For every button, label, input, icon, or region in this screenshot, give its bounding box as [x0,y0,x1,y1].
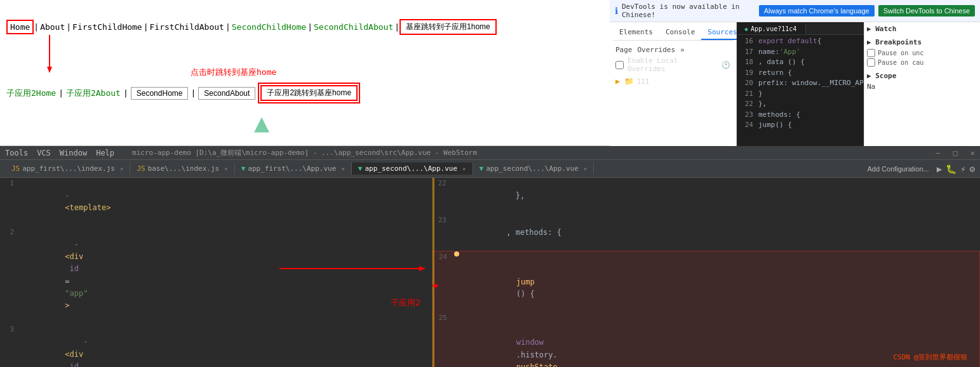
file-tab-label-3: app_second\...\App.vue [365,164,457,173]
file-tab-label-2: app_first\...\App.vue [248,164,336,173]
folder-icon: ▶ 📁 [615,77,634,86]
add-config-btn[interactable]: Add Configuration... [863,164,932,174]
pause-caught-checkbox[interactable] [867,58,875,67]
nav-home-link[interactable]: Home [6,20,34,34]
menu-help[interactable]: Help [96,149,114,157]
ide-menubar: Tools VCS Window Help micro-app-demo [D:… [0,146,980,160]
menu-vcs[interactable]: VCS [37,149,51,157]
overrides-tab[interactable]: Overrides [638,46,676,54]
settings-icon[interactable]: ⚙ [970,164,975,174]
nav-sep-2: | [66,22,71,32]
ide-toolbar: JS app_first\...\index.js × JS base\...\… [0,160,980,178]
file-tab-close-3[interactable]: × [462,166,466,172]
nav-secondchildabout-link[interactable]: SecondChildAbout [312,22,394,32]
nav-about-link[interactable]: About [39,22,66,32]
tab-elements[interactable]: Elements [613,25,659,40]
file-tab-label-0: app_first\...\index.js [22,164,115,173]
run-icon[interactable]: ▶ [937,164,942,174]
base-jump-btn[interactable]: 基座跳转到子应用1home [399,19,497,35]
overrides-more[interactable]: » [680,46,685,54]
vue-icon-2: ▼ [241,164,246,173]
left-code-editor: 1 - <template> 2 - <div id = "app" > [0,178,432,367]
clock-icon: 🕐 [722,61,730,69]
file-tab-close-4[interactable]: × [584,166,587,172]
sub-nav: 子应用2Home | 子应用2About | SecondHome | Seco… [6,83,360,103]
info-icon: ℹ [615,6,618,16]
ide-area: Tools VCS Window Help micro-app-demo [D:… [0,146,980,367]
file-tab-label-1: base\...\index.js [148,164,220,173]
vue-file-icon: ◆ [744,25,748,32]
file-tab-0[interactable]: JS app_first\...\index.js × [5,163,130,175]
menu-tools[interactable]: Tools [5,149,28,157]
click-annotation-text: 点击时跳转到基座home [191,67,276,78]
nav-firstchildhome-link[interactable]: FirstChildHome [71,22,144,32]
page-tab[interactable]: Page [615,46,633,54]
file-tab-4[interactable]: ▼ app_second\...\App.vue × [473,163,594,175]
nav-bar: Home | About | FirstChildHome | FirstChi… [6,19,497,35]
right-line-23: 23 , methods: { [433,215,980,251]
file-tab-3[interactable]: ▼ app_second\...\App.vue × [352,163,473,175]
devtools-notification: ℹ DevTools is now available in Chinese! … [610,0,980,22]
switch-devtools-btn[interactable]: Switch DevTools to Chinese [878,5,975,17]
debug-icon[interactable]: 🐛 [946,164,957,174]
match-language-btn[interactable]: Always match Chrome's language [759,5,875,17]
sub-home-link[interactable]: 子应用2Home [6,88,56,99]
jump-highlight-box: 子应用2跳转到基座home [258,83,360,103]
devtools-right-panel: ▶ Watch ▶ Breakpoints Pause on unc Pause… [864,22,980,146]
profile-icon[interactable]: ⚡ [960,164,965,174]
devtools-tabs: Elements Console Sources Network Perform… [613,25,733,41]
breakpoints-header[interactable]: ▶ Breakpoints [867,38,922,46]
devtools-active-tab[interactable]: ◆ App.vue?11c4 [738,23,806,34]
svg-marker-1 [47,67,52,73]
nav-sep-1: | [34,22,39,32]
second-about-btn[interactable]: SecondAbout [198,87,255,100]
enable-overrides-label: Enable Local Overrides [628,57,718,73]
nav-secondchildhome-link[interactable]: SecondChildHome [231,22,307,32]
tab-console[interactable]: Console [659,25,701,40]
enable-overrides-checkbox[interactable] [615,61,624,69]
right-line-24: 24 jump () { [433,251,979,312]
js-icon-1: JS [137,164,145,173]
arrow-annotation [50,35,100,81]
ide-title: micro-app-demo [D:\a_微前端\micro-app-demo]… [132,148,922,157]
file-tab-close-1[interactable]: × [224,166,227,172]
scope-header[interactable]: ▶ Scope [867,72,977,80]
nav-sep-6: | [394,22,399,32]
toolbar-icons: ▶ 🐛 ⚡ ⚙ [937,164,975,174]
nav-sep-4: | [225,22,231,32]
file-tabs: JS app_first\...\index.js × JS base\...\… [5,163,859,175]
nav-firstchildabout-link[interactable]: FirstChildAbout [149,22,225,32]
minimize-btn[interactable]: — [936,149,940,157]
scope-value: Na [867,83,875,91]
devtools-tab-label: App.vue?11c4 [751,25,796,32]
vue-icon-4: ▼ [480,164,484,173]
csdn-watermark: CSDN @笑到世界都很狠 [893,352,967,362]
maximize-btn[interactable]: □ [953,149,958,157]
file-tab-close-0[interactable]: × [120,166,123,172]
file-tab-2[interactable]: ▼ app_first\...\App.vue × [235,163,352,175]
sub-jump-btn[interactable]: 子应用2跳转到基座home [260,85,358,101]
menu-window[interactable]: Window [60,149,87,157]
vue-icon-3: ▼ [358,164,363,173]
browser-preview: Home | About | FirstChildHome | FirstChi… [0,0,610,146]
editor-line-3: 3 - <div id = "nav" > [0,324,432,367]
pause-caught-label: Pause on cau [878,59,923,66]
change-indicator [433,178,434,367]
sub-about-link[interactable]: 子应用2About [66,88,121,99]
right-code-editor: 22 }, 23 , methods: { 24 [432,178,980,367]
file-tab-close-2[interactable]: × [341,166,344,172]
watch-header[interactable]: ▶ Watch [867,25,977,33]
nav-sep-3: | [144,22,149,32]
editor-line-1: 1 - <template> [0,178,432,227]
close-btn[interactable]: ✕ [970,149,975,157]
second-home-btn[interactable]: SecondHome [131,87,189,100]
ide-main: 1 - <template> 2 - <div id = "app" > [0,178,980,367]
file-tab-label-4: app_second\...\App.vue [486,164,579,173]
js-icon-0: JS [11,164,20,173]
devtools-left-panel: Elements Console Sources Network Perform… [610,22,737,146]
pause-uncaught-checkbox[interactable] [867,49,875,57]
file-tab-1[interactable]: JS base\...\index.js × [130,163,234,175]
vue-logo: ▲ [254,108,269,137]
pause-uncaught-label: Pause on unc [878,50,923,57]
folder-label: 111 [636,77,649,86]
